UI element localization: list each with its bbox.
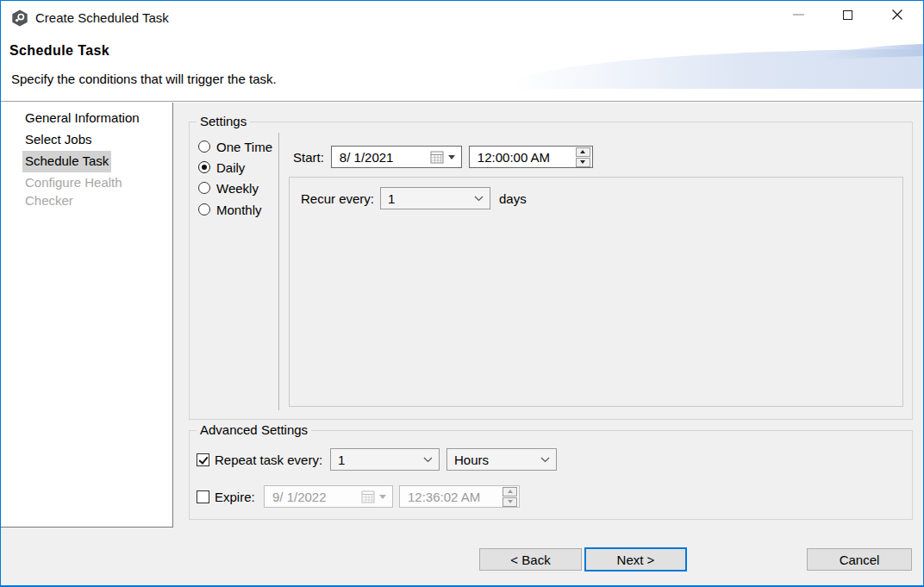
expire-time-spinner: 12:36:02 AM (399, 485, 520, 508)
sidebar-item-schedule-task[interactable]: Schedule Task (22, 151, 111, 172)
start-date-picker[interactable]: 8/ 1/2021 (331, 146, 462, 168)
minimize-button (778, 1, 818, 28)
recur-every-label: Recur every: (301, 191, 374, 206)
arrow-down-icon (580, 160, 585, 164)
wizard-body: General Information Select Jobs Schedule… (1, 103, 923, 585)
repeat-task-label: Repeat task every: (215, 453, 322, 467)
chevron-down-icon (474, 196, 484, 202)
chevron-down-icon (540, 457, 550, 463)
chevron-down-icon (423, 457, 433, 463)
radio-daily[interactable]: Daily (198, 159, 245, 176)
radio-one-time-label: One Time (216, 140, 272, 154)
window-title: Create Scheduled Task (35, 10, 169, 25)
expire-label: Expire: (215, 490, 255, 504)
radio-monthly-label: Monthly (216, 203, 262, 217)
titlebar: Create Scheduled Task (1, 1, 923, 35)
close-button[interactable] (877, 1, 917, 28)
cancel-button[interactable]: Cancel (807, 548, 912, 571)
next-button[interactable]: Next > (584, 547, 687, 571)
settings-divider (278, 133, 279, 410)
date-dropdown-icon (448, 155, 455, 159)
sidebar-item-select-jobs[interactable]: Select Jobs (22, 129, 95, 151)
close-icon (891, 9, 903, 21)
expire-time-value: 12:36:02 AM (400, 490, 480, 504)
settings-group-label: Settings (197, 114, 250, 128)
arrow-up-icon (508, 490, 513, 493)
repeat-task-checkbox[interactable] (197, 453, 209, 466)
arrow-up-icon (580, 150, 585, 153)
radio-weekly[interactable]: Weekly (198, 179, 259, 197)
back-button[interactable]: < Back (479, 548, 582, 571)
start-date-value: 8/ 1/2021 (332, 150, 394, 165)
radio-daily-label: Daily (216, 160, 245, 175)
radio-daily-icon (198, 161, 210, 173)
radio-one-time-icon (198, 141, 210, 153)
start-time-value: 12:00:00 AM (470, 150, 550, 165)
wizard-steps-sidebar: General Information Select Jobs Schedule… (1, 103, 173, 528)
radio-one-time[interactable]: One Time (198, 138, 272, 155)
expire-checkbox[interactable] (197, 490, 209, 503)
page-subtitle: Specify the conditions that will trigger… (11, 72, 277, 86)
maximize-button[interactable] (827, 1, 867, 28)
time-up-button (503, 487, 517, 496)
calendar-icon (430, 151, 444, 164)
radio-weekly-icon (198, 182, 210, 194)
radio-weekly-label: Weekly (216, 181, 259, 196)
repeat-interval-dropdown[interactable]: 1 (330, 448, 440, 471)
repeat-interval-value: 1 (331, 453, 345, 467)
expire-date-value: 9/ 1/2022 (265, 490, 327, 504)
radio-monthly-icon (198, 203, 210, 215)
arrow-down-icon (508, 500, 513, 503)
calendar-icon (361, 490, 375, 503)
repeat-unit-value: Hours (447, 453, 489, 467)
wizard-header: Schedule Task Specify the conditions tha… (1, 35, 923, 102)
recur-unit-label: days (499, 191, 527, 206)
expire-date-picker: 9/ 1/2022 (264, 485, 393, 508)
sidebar-item-general-information[interactable]: General Information (22, 108, 142, 129)
time-down-button[interactable] (576, 158, 590, 167)
minimize-icon (793, 14, 804, 16)
advanced-settings-group-label: Advanced Settings (197, 422, 311, 437)
daily-options-panel: Recur every: 1 days (289, 177, 903, 407)
sidebar-item-configure-health-checker: Configure Health Checker (22, 172, 172, 194)
maximize-icon (843, 10, 852, 20)
date-dropdown-icon (379, 495, 386, 499)
time-up-button[interactable] (576, 147, 590, 157)
settings-group: Settings One Time Daily Weekly Monthly S… (189, 122, 913, 420)
start-label: Start: (293, 150, 324, 165)
app-logo-icon (11, 9, 28, 27)
start-time-spinner[interactable]: 12:00:00 AM (469, 146, 593, 168)
page-title: Schedule Task (9, 43, 109, 59)
recur-interval-value: 1 (381, 191, 395, 206)
recur-interval-dropdown[interactable]: 1 (380, 187, 490, 209)
repeat-unit-dropdown[interactable]: Hours (446, 448, 557, 471)
time-down-button (503, 497, 517, 507)
radio-monthly[interactable]: Monthly (198, 201, 262, 218)
create-scheduled-task-dialog: Create Scheduled Task Schedule Task Spec… (0, 0, 924, 587)
advanced-settings-group: Advanced Settings Repeat task every: 1 H… (189, 430, 913, 520)
